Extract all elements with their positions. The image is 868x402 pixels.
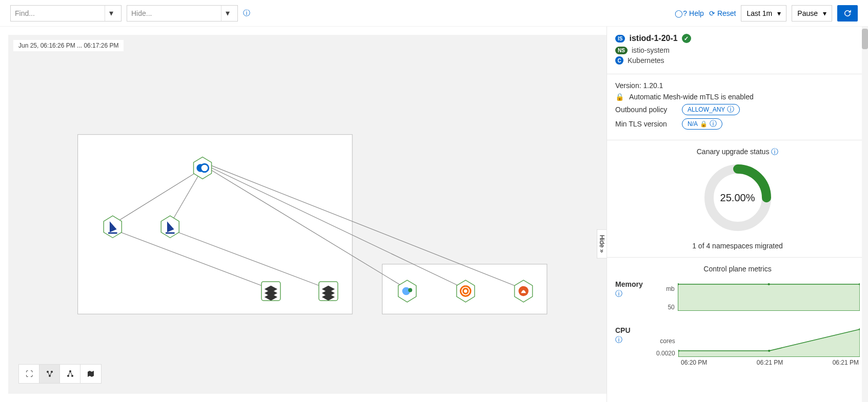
cpu-chart[interactable]: cores 0.0020 06:20 PM 06:21 PM	[656, 326, 860, 366]
sail-icon	[166, 232, 175, 234]
ns-badge: NS	[615, 47, 628, 54]
reset-link[interactable]: ⟳ Reset	[709, 9, 736, 17]
version-label: Version: 1.20.1	[615, 81, 663, 90]
svg-line-10	[50, 372, 52, 376]
svg-point-22	[768, 350, 770, 352]
help-link[interactable]: ◯? Help	[675, 9, 704, 17]
outbound-row: Outbound policy ALLOW_ANY ⓘ	[615, 104, 860, 115]
panel-title: istiod-1-20-1	[629, 34, 677, 43]
canary-percent: 25.00%	[702, 162, 774, 234]
topology-graph[interactable]	[8, 35, 607, 394]
main-area: Jun 25, 06:16:26 PM ... 06:17:26 PM	[0, 27, 868, 402]
info-icon[interactable]: ⓘ	[615, 289, 651, 299]
lock-icon: 🔒	[615, 93, 624, 101]
is-badge: IS	[615, 35, 625, 43]
metrics-section: Control plane metrics Memory ⓘ mb 50	[607, 257, 868, 389]
hide-panel-tab[interactable]: Hide »	[597, 229, 607, 258]
mtls-label: Automatic Mesh-wide mTLS is enabled	[629, 93, 754, 101]
info-icon: ⓘ	[727, 105, 734, 114]
toolbar: ▾ ▾ ⓘ ◯? Help ⟳ Reset Last 1m ▾ Pause ▾	[0, 0, 868, 27]
caret-down-icon[interactable]: ▾	[221, 6, 233, 21]
find-input[interactable]	[15, 9, 105, 17]
cluster-label: Kubernetes	[628, 56, 664, 65]
memory-metric: Memory ⓘ mb 50	[615, 280, 860, 311]
map-button[interactable]	[80, 365, 101, 383]
svg-line-14	[68, 371, 70, 376]
svg-point-19	[768, 283, 770, 285]
scrollbar-thumb[interactable]	[862, 29, 868, 49]
cluster-badge: C	[615, 56, 623, 65]
namespace-row: NS istio-system	[615, 46, 860, 54]
hide-dropdown[interactable]: ▾	[127, 5, 238, 22]
health-ok-icon: ✓	[682, 34, 691, 43]
memory-label: Memory ⓘ	[615, 280, 651, 299]
details-panel: IS istiod-1-20-1 ✓ NS istio-system C Kub…	[607, 27, 868, 402]
hide-tab-label: Hide	[598, 235, 605, 247]
y-tick: 0.0020	[656, 350, 675, 357]
outbound-value: ALLOW_ANY	[688, 106, 725, 113]
x-tick: 06:20 PM	[681, 359, 707, 366]
canary-caption: 1 of 4 namespaces migrated	[615, 242, 860, 250]
refresh-button[interactable]	[837, 5, 858, 22]
reset-label: Reset	[717, 9, 736, 17]
cluster-row: C Kubernetes	[615, 56, 860, 65]
x-axis-ticks: 06:20 PM 06:21 PM 06:21 PM	[680, 359, 860, 366]
panel-header: IS istiod-1-20-1 ✓ NS istio-system C Kub…	[607, 27, 868, 74]
memory-chart[interactable]: mb 50	[656, 280, 860, 311]
node-root-icon	[200, 164, 209, 172]
canary-title: Canary upgrade status ⓘ	[615, 147, 860, 157]
help-icon: ◯?	[675, 9, 687, 17]
chevron-right-icon: »	[598, 249, 605, 253]
info-icon[interactable]: ⓘ	[615, 335, 651, 345]
caret-down-icon: ▾	[823, 9, 826, 17]
canary-donut: 25.00%	[702, 162, 774, 234]
namespace-label: istio-system	[632, 46, 670, 54]
tls-pill[interactable]: N/A 🔒 ⓘ	[682, 118, 722, 130]
svg-line-9	[48, 372, 50, 376]
time-range-label: Last 1m	[746, 9, 772, 17]
config-section: Version: 1.20.1 🔒 Automatic Mesh-wide mT…	[607, 74, 868, 140]
x-tick: 06:21 PM	[833, 359, 859, 366]
metrics-title: Control plane metrics	[615, 265, 860, 273]
layout-button-1[interactable]	[39, 365, 60, 383]
panel-title-row: IS istiod-1-20-1 ✓	[615, 34, 860, 43]
graph-canvas[interactable]: Jun 25, 06:16:26 PM ... 06:17:26 PM	[8, 35, 607, 394]
info-icon[interactable]: ⓘ	[243, 9, 250, 18]
toolbar-right: ◯? Help ⟳ Reset Last 1m ▾ Pause ▾	[675, 5, 858, 22]
scrollbar[interactable]	[862, 27, 868, 402]
gopher-icon	[408, 288, 412, 292]
fit-button[interactable]: ⛶	[19, 365, 39, 383]
time-range-select[interactable]: Last 1m ▾	[741, 5, 786, 22]
mtls-row: 🔒 Automatic Mesh-wide mTLS is enabled	[615, 93, 860, 101]
info-icon[interactable]: ⓘ	[771, 147, 778, 156]
caret-down-icon[interactable]: ▾	[105, 6, 117, 21]
pause-select[interactable]: Pause ▾	[792, 5, 832, 22]
pause-label: Pause	[797, 9, 818, 17]
graph-controls: ⛶	[18, 364, 102, 384]
chart-unit: cores	[656, 337, 675, 345]
svg-line-15	[70, 371, 72, 376]
outbound-pill[interactable]: ALLOW_ANY ⓘ	[682, 104, 740, 115]
chart-unit: mb	[656, 285, 675, 292]
info-icon: ⓘ	[710, 119, 717, 129]
help-label: Help	[689, 9, 704, 17]
caret-down-icon: ▾	[777, 9, 781, 17]
cpu-label: CPU ⓘ	[615, 326, 651, 345]
lock-icon: 🔒	[700, 120, 708, 128]
hide-input[interactable]	[131, 9, 221, 17]
min-tls-value: N/A	[688, 120, 698, 128]
min-tls-label: Min TLS version	[615, 120, 677, 128]
tls-row: Min TLS version N/A 🔒 ⓘ	[615, 118, 860, 130]
find-dropdown[interactable]: ▾	[10, 5, 122, 22]
canary-section: Canary upgrade status ⓘ 25.00% 1 of 4 na…	[607, 140, 868, 257]
outbound-label: Outbound policy	[615, 105, 677, 114]
x-tick: 06:21 PM	[757, 359, 783, 366]
layout-button-2[interactable]	[60, 365, 80, 383]
version-row: Version: 1.20.1	[615, 81, 860, 90]
refresh-icon	[843, 9, 852, 18]
cpu-metric: CPU ⓘ cores 0.0020	[615, 326, 860, 366]
reset-icon: ⟳	[709, 9, 715, 17]
sail-icon	[108, 232, 117, 234]
y-tick: 50	[656, 304, 675, 311]
